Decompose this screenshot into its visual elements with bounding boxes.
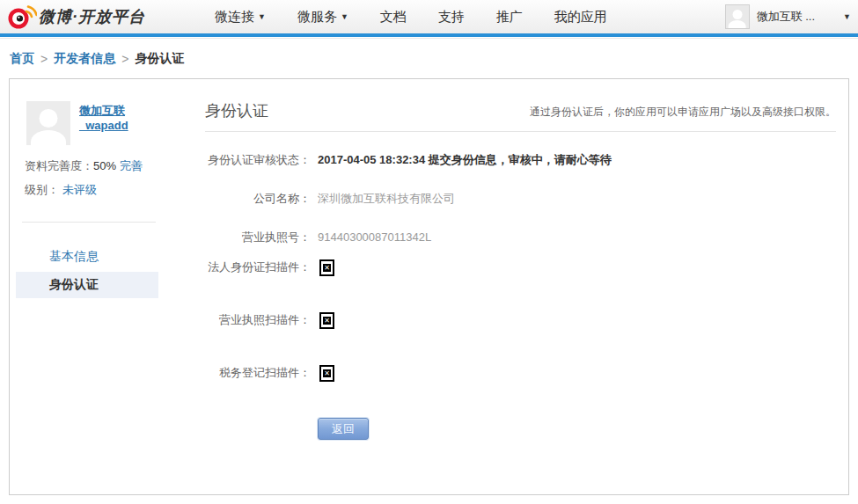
title-divider [205,131,836,132]
field-label: 营业执照扫描件： [205,312,311,328]
profile-name-line2[interactable]: _wapadd [79,119,128,132]
profile-summary: 微加互联 _wapadd [26,101,159,145]
content-panel: 微加互联 _wapadd 资料完善度：50%完善 级别：未评级 基本信息 身份认… [9,78,849,495]
field-row-audit-status: 身份认证审核状态： 2017-04-05 18:32:34 提交身份信息，审核中… [205,152,836,168]
nav-item-weilianjie[interactable]: 微连接 ▼ [215,9,266,26]
logo-text: 微博·开放平台 [39,6,145,27]
nav-label: 支持 [438,9,465,26]
verification-form: 身份认证审核状态： 2017-04-05 18:32:34 提交身份信息，审核中… [205,152,836,440]
chevron-down-icon[interactable]: ▼ [843,12,851,21]
field-row-license-number: 营业执照号： 91440300087011342L [205,230,836,245]
back-button[interactable]: 返回 [318,418,369,440]
breadcrumb-current: 身份认证 [135,51,184,67]
breadcrumb-separator: > [121,52,128,66]
nav-item-support[interactable]: 支持 [438,9,465,26]
weibo-logo[interactable]: 微博·开放平台 [0,3,215,31]
company-name-value: 深圳微加互联科技有限公司 [318,191,455,207]
nav-label: 推广 [496,9,523,26]
chevron-down-icon: ▼ [258,13,266,21]
field-row-company-name: 公司名称： 深圳微加互联科技有限公司 [205,191,836,207]
page-note: 通过身份认证后，你的应用可以申请应用广场以及高级接口权限。 [530,105,836,121]
profile-avatar [26,101,70,145]
profile-name-line1[interactable]: 微加互联 [79,104,125,117]
page-title: 身份认证 [205,100,268,121]
main-header: 身份认证 通过身份认证后，你的应用可以申请应用广场以及高级接口权限。 [205,100,836,121]
nav-item-my-apps[interactable]: 我的应用 [554,9,607,26]
nav-label: 我的应用 [554,9,607,26]
main-nav: 微连接 ▼ 微服务 ▼ 文档 支持 推广 我的应用 [215,9,607,26]
level-value-link[interactable]: 未评级 [62,183,97,196]
main-content: 身份认证 通过身份认证后，你的应用可以申请应用广场以及高级接口权限。 身份认证审… [159,79,848,494]
field-row-legal-id-scan: 法人身份证扫描件： ✕ [205,259,836,276]
breadcrumb: 首页 > 开发者信息 > 身份认证 [0,39,858,78]
button-row: 返回 [318,418,836,440]
nav-label: 微连接 [215,9,254,26]
nav-item-weifuwu[interactable]: 微服务 ▼ [297,9,348,26]
top-navigation-bar: 微博·开放平台 微连接 ▼ 微服务 ▼ 文档 支持 推广 我的应用 微加互联 .… [0,0,858,33]
field-label: 税务登记扫描件： [205,365,311,381]
level-label: 级别： [25,183,59,196]
sidebar-item-identity-verification[interactable]: 身份认证 [16,272,158,298]
profile-level: 级别：未评级 [25,182,159,198]
field-label: 公司名称： [205,191,311,207]
user-account-menu[interactable]: 微加互联 ... ▼ [725,0,851,33]
field-label: 营业执照号： [205,230,311,245]
field-row-business-license-scan: 营业执照扫描件： ✕ [205,312,836,329]
user-name: 微加互联 ... [757,9,815,25]
sidebar-divider [22,222,156,223]
broken-image-icon[interactable]: ✕ [319,259,334,276]
sidebar-item-basic-info[interactable]: 基本信息 [16,244,158,270]
nav-label: 微服务 [297,9,337,26]
complete-profile-link[interactable]: 完善 [120,159,143,172]
broken-image-icon[interactable]: ✕ [319,365,334,382]
completeness-label: 资料完善度： [25,159,93,172]
breadcrumb-developer-info-link[interactable]: 开发者信息 [54,51,115,67]
profile-completeness: 资料完善度：50%完善 [25,158,159,174]
weibo-eye-icon [7,3,37,31]
sidebar: 微加互联 _wapadd 资料完善度：50%完善 级别：未评级 基本信息 身份认… [10,79,159,494]
breadcrumb-home-link[interactable]: 首页 [10,51,34,67]
completeness-value: 50% [93,159,116,172]
audit-status-value: 2017-04-05 18:32:34 提交身份信息，审核中，请耐心等待 [318,152,612,168]
sidebar-menu: 基本信息 身份认证 [10,244,159,298]
chevron-down-icon: ▼ [341,13,348,21]
nav-item-promotion[interactable]: 推广 [496,9,523,26]
license-number-value: 91440300087011342L [318,230,431,245]
nav-label: 文档 [380,9,407,26]
user-avatar [725,4,750,29]
field-label: 法人身份证扫描件： [205,259,311,275]
breadcrumb-separator: > [40,52,48,66]
broken-image-icon[interactable]: ✕ [319,312,334,329]
field-row-tax-registration-scan: 税务登记扫描件： ✕ [205,365,836,382]
avatar-silhouette [40,109,58,128]
profile-name-link[interactable]: 微加互联 _wapadd [79,101,128,145]
nav-item-docs[interactable]: 文档 [380,9,407,26]
field-label: 身份认证审核状态： [205,152,311,168]
avatar-silhouette [732,10,742,19]
